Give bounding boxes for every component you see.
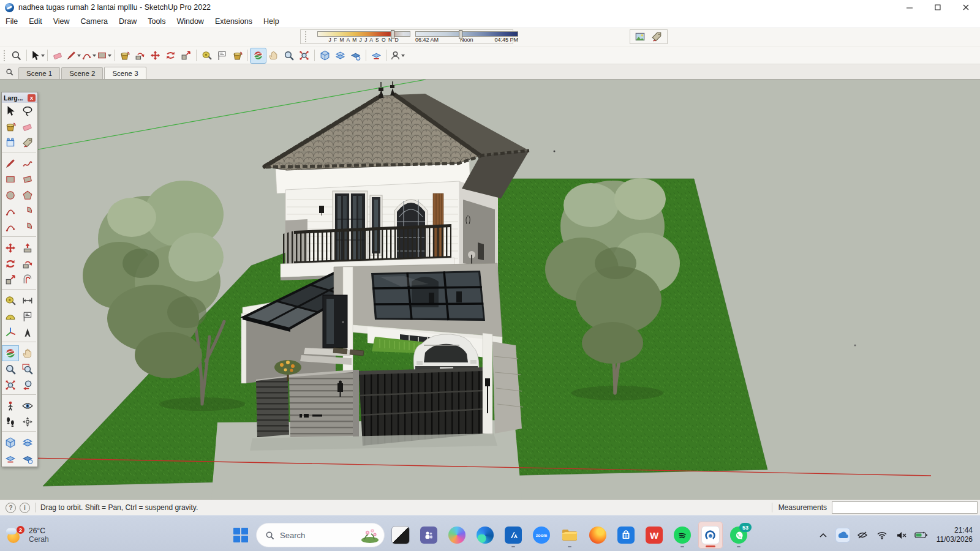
model-viewport[interactable]: Larg... x xyxy=(0,80,980,500)
palette-title-bar[interactable]: Larg... x xyxy=(2,92,37,103)
model-settings-icon[interactable] xyxy=(369,48,384,63)
select-tool-icon[interactable] xyxy=(29,48,45,63)
tool-paint-bucket-icon[interactable] xyxy=(2,119,19,135)
tool-walk-icon[interactable] xyxy=(2,414,19,430)
tool-turn-icon[interactable] xyxy=(19,414,36,430)
scale-tool-icon[interactable] xyxy=(178,48,194,63)
text-tool-icon[interactable] xyxy=(214,48,230,63)
pan-tool-icon[interactable] xyxy=(266,48,281,63)
file-explorer-icon[interactable] xyxy=(557,522,582,549)
tool-eraser-icon[interactable] xyxy=(19,119,36,135)
wps-office-icon[interactable]: W xyxy=(642,522,666,549)
zoom-icon[interactable]: zoom xyxy=(529,522,554,549)
tool-rotate-icon[interactable] xyxy=(2,256,19,272)
info-icon[interactable]: i xyxy=(20,503,30,513)
tool-position-camera-icon[interactable] xyxy=(2,398,19,414)
tool-make-component-icon[interactable] xyxy=(2,135,19,151)
tool-freehand-icon[interactable] xyxy=(19,156,36,171)
help-icon[interactable]: ? xyxy=(6,503,16,513)
menu-draw[interactable]: Draw xyxy=(113,16,142,27)
onedrive-icon[interactable] xyxy=(836,528,850,542)
tab-scene-3[interactable]: Scene 3 xyxy=(104,67,146,79)
task-view-icon[interactable] xyxy=(388,522,413,549)
tool-zoom-previous-icon[interactable] xyxy=(19,377,36,393)
menu-help[interactable]: Help xyxy=(258,16,285,27)
zoom-extents-tool-icon[interactable] xyxy=(296,48,312,63)
tool-axes-icon[interactable] xyxy=(2,324,19,340)
tool-offset-icon[interactable] xyxy=(19,272,36,288)
edge-icon[interactable] xyxy=(473,522,497,549)
tool-tag-icon[interactable] xyxy=(19,135,36,151)
shadow-month-slider[interactable]: J F M A M J J A S O N D xyxy=(317,31,410,43)
tool-look-around-icon[interactable] xyxy=(19,398,36,414)
line-tool-icon[interactable] xyxy=(66,48,81,63)
model-canvas[interactable] xyxy=(0,80,980,500)
menu-window[interactable]: Window xyxy=(171,16,209,27)
tool-3d-text-icon[interactable] xyxy=(19,324,36,340)
rotate-tool-icon[interactable] xyxy=(163,48,178,63)
tape-measure-tool-icon[interactable] xyxy=(199,48,214,63)
volume-muted-icon[interactable] xyxy=(895,528,908,542)
warehouse-3d-icon[interactable] xyxy=(333,48,348,63)
rectangle-tool-icon[interactable] xyxy=(96,48,111,63)
tool-dimension-icon[interactable] xyxy=(19,293,36,309)
chevron-down-icon[interactable] xyxy=(108,54,111,57)
palette-close-icon[interactable]: x xyxy=(28,94,36,102)
tool-lasso-icon[interactable] xyxy=(19,103,36,119)
tool-push-pull-icon[interactable] xyxy=(19,240,36,256)
tool-follow-me-icon[interactable] xyxy=(19,256,36,272)
search-tool-icon[interactable] xyxy=(9,48,24,63)
menu-edit[interactable]: Edit xyxy=(23,16,48,27)
orbit-tool-icon[interactable] xyxy=(251,48,266,63)
tag-tool-icon[interactable] xyxy=(651,31,663,42)
tool-rotated-rectangle-icon[interactable] xyxy=(19,171,36,187)
tool-circle-icon[interactable] xyxy=(2,187,19,203)
account-icon[interactable] xyxy=(390,48,405,63)
tool-zoom-icon[interactable] xyxy=(2,361,19,377)
tool-arc-icon[interactable] xyxy=(2,203,19,219)
month-slider-handle[interactable] xyxy=(391,30,394,39)
menu-camera[interactable]: Camera xyxy=(75,16,113,27)
tool-display-section-fill-icon[interactable] xyxy=(19,451,36,467)
tab-scene-1[interactable]: Scene 1 xyxy=(18,67,60,79)
toolbar-grip[interactable] xyxy=(4,50,7,61)
shadow-time-slider[interactable]: 06:42 AM Noon 04:45 PM xyxy=(415,31,518,43)
tool-polygon-icon[interactable] xyxy=(19,187,36,203)
tool-section-plane-icon[interactable] xyxy=(2,435,19,451)
trimble-connect-icon[interactable] xyxy=(317,48,333,63)
tool-tape-measure-icon[interactable] xyxy=(2,293,19,309)
tool-move-icon[interactable] xyxy=(2,240,19,256)
tab-scene-2[interactable]: Scene 2 xyxy=(61,67,103,79)
tool-pie-icon[interactable] xyxy=(19,203,36,219)
tool-rectangle-icon[interactable] xyxy=(2,171,19,187)
photo-texture-icon[interactable] xyxy=(635,31,646,42)
tool-zoom-extents-icon[interactable] xyxy=(2,377,19,393)
taskbar-search[interactable]: Search xyxy=(256,523,385,547)
measurements-input[interactable] xyxy=(832,501,978,514)
tool-pie-wedge-icon[interactable] xyxy=(19,219,36,235)
close-button[interactable] xyxy=(952,0,980,15)
tool-display-section-planes-icon[interactable] xyxy=(19,435,36,451)
scene-search-icon[interactable] xyxy=(0,64,18,79)
zoom-tool-icon[interactable] xyxy=(281,48,296,63)
menu-tools[interactable]: Tools xyxy=(142,16,171,27)
tray-chevron-up-icon[interactable] xyxy=(816,528,830,542)
time-slider-handle[interactable] xyxy=(459,30,462,39)
spotify-icon[interactable] xyxy=(670,522,695,549)
move-tool-icon[interactable] xyxy=(148,48,163,63)
chevron-down-icon[interactable] xyxy=(92,54,96,57)
copilot-icon[interactable] xyxy=(445,522,469,549)
materials-tool-icon[interactable] xyxy=(230,48,245,63)
arc-tool-icon[interactable] xyxy=(81,48,96,63)
menu-file[interactable]: File xyxy=(0,16,23,27)
chevron-down-icon[interactable] xyxy=(41,54,45,57)
menu-view[interactable]: View xyxy=(48,16,75,27)
wifi-icon[interactable] xyxy=(875,528,889,542)
tool-protractor-icon[interactable] xyxy=(2,309,19,324)
chevron-down-icon[interactable] xyxy=(77,54,81,57)
menu-extensions[interactable]: Extensions xyxy=(209,16,258,27)
toolbar-grip[interactable] xyxy=(305,31,306,42)
tool-scale-icon[interactable] xyxy=(2,272,19,288)
whatsapp-icon[interactable]: 53 xyxy=(726,522,751,549)
paint-bucket-tool-icon[interactable] xyxy=(117,48,132,63)
